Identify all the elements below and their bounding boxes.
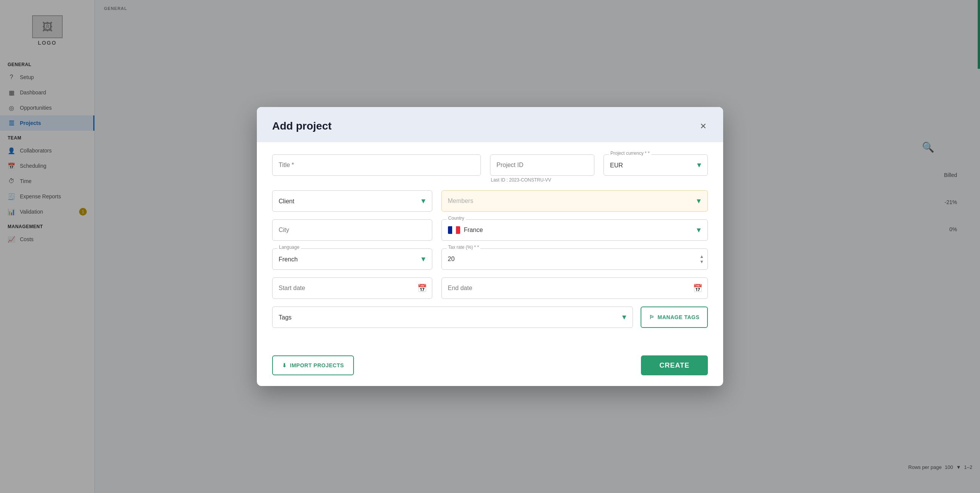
project-id-input[interactable]: [490, 154, 594, 176]
language-select-wrapper: French English German ▼: [272, 248, 432, 270]
start-date-input[interactable]: [272, 277, 432, 299]
tags-select[interactable]: Tags: [272, 307, 633, 328]
form-row-3: Country France ▼: [272, 219, 708, 241]
form-row-4: Language French English German ▼ Tax rat…: [272, 248, 708, 270]
form-row-1: Last ID : 2023-CONSTRU-VV Project curren…: [272, 154, 708, 183]
tax-rate-wrapper: ▲ ▼: [441, 248, 708, 270]
members-placeholder: Members: [448, 198, 474, 204]
start-date-field: 📅: [272, 277, 432, 299]
members-chevron-icon: ▼: [695, 197, 702, 205]
tax-rate-input[interactable]: [441, 248, 708, 270]
modal-close-button[interactable]: ×: [699, 119, 708, 133]
currency-label: Project currency *: [609, 151, 651, 156]
tax-rate-field: Tax rate (%) * ▲ ▼: [441, 248, 708, 270]
country-label: Country: [447, 216, 466, 221]
modal-body: Last ID : 2023-CONSTRU-VV Project curren…: [257, 142, 723, 348]
last-id-text: Last ID : 2023-CONSTRU-VV: [490, 176, 594, 183]
manage-tags-label: MANAGE TAGS: [658, 314, 699, 320]
client-select-wrapper: Client ▼: [272, 190, 432, 212]
country-select[interactable]: France ▼: [441, 219, 708, 241]
language-label: Language: [277, 245, 301, 250]
spinner-buttons: ▲ ▼: [699, 254, 704, 264]
spinner-up-button[interactable]: ▲: [699, 254, 704, 259]
language-field: Language French English German ▼: [272, 248, 432, 270]
tags-row: Tags ▼ 🏳 MANAGE TAGS: [272, 307, 708, 328]
add-project-modal: Add project × Last ID : 2023-CONSTRU-VV …: [257, 107, 723, 386]
tags-field: Tags ▼: [272, 307, 633, 328]
project-currency-field: Project currency * EUR USD GBP ▼: [604, 154, 708, 183]
flag-icon: 🏳: [649, 314, 655, 320]
download-icon: ⬇: [282, 362, 287, 368]
form-row-5: 📅 📅: [272, 277, 708, 299]
language-select[interactable]: French English German: [272, 248, 432, 270]
currency-select[interactable]: EUR USD GBP: [604, 154, 708, 176]
modal-title: Add project: [272, 120, 332, 132]
import-projects-button[interactable]: ⬇ IMPORT PROJECTS: [272, 355, 354, 375]
client-field: Client ▼: [272, 190, 432, 212]
create-button[interactable]: CREATE: [641, 355, 708, 375]
tags-select-wrapper: Tags ▼: [272, 307, 633, 328]
modal-overlay: Add project × Last ID : 2023-CONSTRU-VV …: [0, 0, 980, 493]
modal-footer: ⬇ IMPORT PROJECTS CREATE: [257, 348, 723, 386]
currency-select-wrapper: EUR USD GBP ▼: [604, 154, 708, 176]
form-row-2: Client ▼ Members ▼: [272, 190, 708, 212]
city-input[interactable]: [272, 219, 432, 241]
country-value: France: [464, 227, 483, 234]
members-field-wrapper: Members ▼: [441, 190, 708, 212]
start-date-wrapper: 📅: [272, 277, 432, 299]
import-label: IMPORT PROJECTS: [290, 362, 344, 368]
france-flag-icon: [448, 226, 460, 234]
manage-tags-button[interactable]: 🏳 MANAGE TAGS: [641, 307, 708, 328]
client-select[interactable]: Client: [272, 190, 432, 212]
spinner-down-button[interactable]: ▼: [699, 259, 704, 264]
title-field: [272, 154, 481, 183]
project-id-field: Last ID : 2023-CONSTRU-VV: [490, 154, 594, 183]
members-select[interactable]: Members ▼: [441, 190, 708, 212]
city-field: [272, 219, 432, 241]
country-chevron-icon: ▼: [695, 226, 702, 234]
tax-rate-label: Tax rate (%) *: [447, 245, 481, 250]
end-date-field: 📅: [441, 277, 708, 299]
end-date-wrapper: 📅: [441, 277, 708, 299]
title-input[interactable]: [272, 154, 481, 176]
country-field: Country France ▼: [441, 219, 708, 241]
end-date-input[interactable]: [441, 277, 708, 299]
modal-header: Add project ×: [257, 107, 723, 142]
